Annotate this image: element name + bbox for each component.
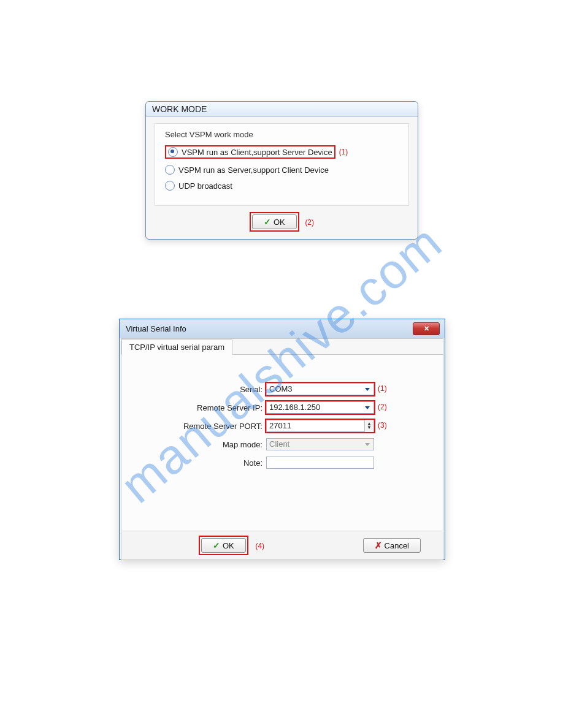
label-remote-ip: Remote Server IP: xyxy=(121,403,266,412)
remote-port-spinner[interactable]: 27011 ▲ ▼ xyxy=(266,420,374,432)
spinner-buttons[interactable]: ▲ ▼ xyxy=(364,420,373,432)
annotation-1: (1) xyxy=(339,148,348,156)
group-title: Select VSPM work mode xyxy=(165,130,399,139)
chevron-down-icon xyxy=(365,443,370,446)
label-map-mode: Map mode: xyxy=(121,440,266,449)
ok-button[interactable]: ✓ OK xyxy=(252,214,297,229)
highlight-box: ✓ OK xyxy=(199,536,248,555)
dialog-work-mode: WORK MODE Select VSPM work mode VSPM run… xyxy=(145,101,418,240)
combobox-value: Client xyxy=(269,438,289,450)
check-icon: ✓ xyxy=(213,540,220,550)
button-label: Cancel xyxy=(385,541,409,550)
button-bar: ✓ OK (4) ✗ Cancel xyxy=(121,531,443,559)
spinner-value: 27011 xyxy=(269,420,291,432)
chevron-down-icon xyxy=(365,388,370,391)
annotation-3: (3) xyxy=(378,421,387,430)
ok-button[interactable]: ✓ OK xyxy=(201,538,246,553)
label-note: Note: xyxy=(121,458,266,468)
radio-client-mode[interactable] xyxy=(168,147,178,157)
radio-label: VSPM run as Client,support Server Device xyxy=(182,148,332,157)
annotation-2: (2) xyxy=(378,403,387,411)
chevron-down-icon: ▼ xyxy=(367,426,372,430)
tab-panel: Serial: COM3 (1) Remote Server IP: xyxy=(121,354,443,559)
label-serial: Serial: xyxy=(121,385,266,394)
chevron-down-icon xyxy=(365,406,370,409)
highlight-box-2: ✓ OK xyxy=(250,212,299,232)
annotation-4: (4) xyxy=(255,542,264,550)
button-label: OK xyxy=(223,541,234,550)
radio-udp-broadcast[interactable] xyxy=(165,181,175,191)
cancel-button[interactable]: ✗ Cancel xyxy=(363,538,421,553)
dialog-title: WORK MODE xyxy=(146,102,418,117)
tab-tcpip-param[interactable]: TCP/IP virtual serial param xyxy=(121,339,232,355)
radio-server-mode[interactable] xyxy=(165,165,175,175)
radio-label: VSPM run as Server,support Client Device xyxy=(178,165,329,175)
map-mode-combobox: Client xyxy=(266,438,374,450)
group-select-mode: Select VSPM work mode VSPM run as Client… xyxy=(155,123,409,206)
radio-label: UDP broadcast xyxy=(178,181,232,191)
combobox-value: 192.168.1.250 xyxy=(269,401,320,414)
note-input[interactable] xyxy=(266,457,374,469)
dialog-title: Virtual Serial Info xyxy=(126,324,186,333)
dialog-virtual-serial-info: Virtual Serial Info ✕ TCP/IP virtual ser… xyxy=(119,319,445,560)
annotation-1: (1) xyxy=(378,384,387,393)
label-remote-port: Remote Server PORT: xyxy=(121,422,266,431)
close-icon: ✕ xyxy=(424,325,429,333)
serial-combobox[interactable]: COM3 xyxy=(266,383,374,395)
remote-ip-combobox[interactable]: 192.168.1.250 xyxy=(266,401,374,414)
check-icon: ✓ xyxy=(264,217,271,227)
cross-icon: ✗ xyxy=(375,540,382,550)
close-button[interactable]: ✕ xyxy=(413,322,440,335)
highlight-box-1: VSPM run as Client,support Server Device xyxy=(165,145,335,159)
annotation-2: (2) xyxy=(305,218,314,227)
combobox-value: COM3 xyxy=(269,383,293,395)
button-label: OK xyxy=(274,218,285,227)
